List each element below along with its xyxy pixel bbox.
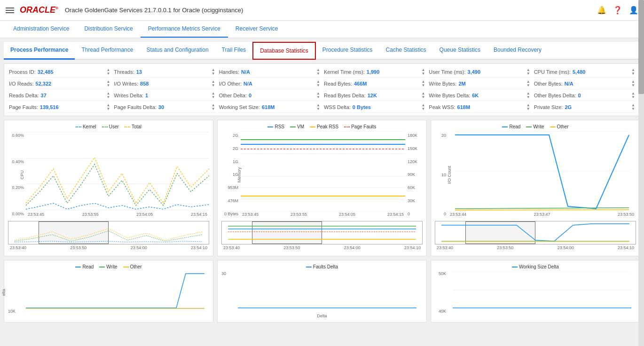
metric-working-set: Working Set Size: 618M ▲▼ bbox=[218, 102, 321, 113]
chart3-mini[interactable] bbox=[435, 221, 636, 244]
metric-arrows-user-time[interactable]: ▲▼ bbox=[526, 68, 530, 76]
metric-write-bytes-delta: Write Bytes Delta: 6K ▲▼ bbox=[428, 90, 531, 101]
metric-arrows-kernel-time[interactable]: ▲▼ bbox=[421, 68, 425, 76]
bottom-chart1-legend: Read Write Other bbox=[8, 264, 209, 269]
metric-read-bytes: Read Bytes: 466M ▲▼ bbox=[323, 79, 426, 89]
metric-cpu-time: CPU Time (ms): 5,480 ▲▼ bbox=[533, 67, 636, 78]
metric-arrows-page-faults-delta[interactable]: ▲▼ bbox=[212, 103, 215, 111]
chart3-legend: Read Write Other bbox=[435, 124, 636, 129]
tab-procedure[interactable]: Procedure Statistics bbox=[316, 42, 379, 60]
legend-kernel: Kernel bbox=[76, 124, 96, 129]
metric-peak-wss: Peak WSS: 618M ▲▼ bbox=[428, 102, 531, 113]
nav-distribution[interactable]: Distribution Service bbox=[77, 21, 140, 38]
metrics-grid: Process ID: 32,485 ▲▼ Threads: 13 ▲▼ Han… bbox=[4, 63, 640, 116]
bottom-chart2-ylabel: Delta bbox=[221, 314, 423, 318]
chart3-xaxis: 23:53:44 23:53:47 23:53:50 bbox=[448, 212, 636, 217]
metric-arrows-read-bytes-delta[interactable]: ▲▼ bbox=[421, 92, 425, 99]
metric-arrows-threads[interactable]: ▲▼ bbox=[212, 68, 215, 76]
bottom-chart1-svg bbox=[21, 271, 209, 309]
legend-other: Other bbox=[550, 124, 569, 129]
metric-arrows-cpu-time[interactable]: ▲▼ bbox=[631, 68, 635, 76]
metric-arrows-io-writes[interactable]: ▲▼ bbox=[212, 80, 215, 87]
scrollbar[interactable] bbox=[638, 0, 644, 326]
tab-thread[interactable]: Thread Performance bbox=[75, 42, 140, 60]
chart3-ylabel: I/O Count bbox=[447, 165, 452, 184]
hamburger-menu[interactable] bbox=[6, 8, 14, 13]
nav-receiver[interactable]: Receiver Service bbox=[228, 21, 286, 38]
tab-process[interactable]: Process Performance bbox=[4, 42, 75, 60]
legend-total: Total bbox=[125, 124, 141, 129]
metric-handles: Handles: N/A ▲▼ bbox=[218, 67, 321, 78]
bottom-chart3-legend: Working Size Delta bbox=[435, 264, 636, 269]
bottom-chart-2: Faults Delta 30 Delta bbox=[217, 260, 427, 322]
metric-other-bytes: Other Bytes: N/A ▲▼ bbox=[533, 79, 636, 89]
metric-arrows-peak-wss[interactable]: ▲▼ bbox=[526, 103, 530, 111]
metric-page-faults-delta: Page Faults Delta: 30 ▲▼ bbox=[113, 102, 216, 113]
legend-b3-wss: Working Size Delta bbox=[512, 264, 559, 269]
chart1-legend: Kernel User Total bbox=[8, 124, 209, 129]
metric-io-other: I/O Other: N/A ▲▼ bbox=[218, 79, 321, 89]
legend-write: Write bbox=[526, 124, 544, 129]
metric-arrows-other-delta[interactable]: ▲▼ bbox=[316, 92, 320, 99]
metric-other-delta: Other Delta: 0 ▲▼ bbox=[218, 90, 321, 101]
metric-arrows-write-bytes[interactable]: ▲▼ bbox=[526, 80, 530, 87]
metric-writes-delta: Writes Delta: 1 ▲▼ bbox=[113, 90, 216, 101]
tab-status[interactable]: Status and Configuration bbox=[140, 42, 215, 60]
metric-arrows-write-bytes-delta[interactable]: ▲▼ bbox=[526, 92, 530, 99]
chart2-xaxis: 23:53:45 23:53:55 23:54:05 23:54:15 bbox=[240, 212, 406, 217]
legend-rss: RSS bbox=[267, 124, 284, 129]
metric-wss-delta: WSS Delta: 0 Bytes ▲▼ bbox=[323, 102, 426, 113]
metric-arrows-wss-delta[interactable]: ▲▼ bbox=[421, 103, 425, 111]
metric-arrows-handles[interactable]: ▲▼ bbox=[316, 68, 320, 76]
chart-cpu: Kernel User Total 0.60% 0.40% 0.20% 0.00… bbox=[4, 120, 213, 256]
metric-arrows-working-set[interactable]: ▲▼ bbox=[316, 103, 320, 111]
legend-peak-rss: Peak RSS bbox=[310, 124, 338, 129]
metric-arrows-private-size[interactable]: ▲▼ bbox=[631, 103, 635, 111]
bottom-chart-1: Read Write Other elta 10K bbox=[4, 260, 213, 322]
tab-trail[interactable]: Trail Files bbox=[215, 42, 253, 60]
page-content: Process Performance Thread Performance S… bbox=[0, 38, 644, 326]
metric-arrows-reads-delta[interactable]: ▲▼ bbox=[106, 92, 110, 99]
metric-io-reads: I/O Reads: 52,322 ▲▼ bbox=[8, 79, 111, 89]
metric-private-size: Private Size: 2G ▲▼ bbox=[533, 102, 636, 113]
notification-icon[interactable]: 🔔 bbox=[597, 6, 606, 15]
metric-kernel-time: Kernel Time (ms): 1,990 ▲▼ bbox=[323, 67, 426, 78]
chart3-xaxis-mini: 23:53:40 23:53:50 23:54:00 23:54:10 bbox=[435, 245, 636, 250]
service-nav: Administration Service Distribution Serv… bbox=[0, 21, 644, 38]
metric-arrows-writes-delta[interactable]: ▲▼ bbox=[212, 92, 215, 99]
nav-admin[interactable]: Administration Service bbox=[6, 21, 77, 38]
metric-arrows-process-id[interactable]: ▲▼ bbox=[106, 68, 110, 76]
metric-arrows-io-other[interactable]: ▲▼ bbox=[316, 80, 320, 87]
bottom-charts: Read Write Other elta 10K bbox=[4, 260, 640, 322]
metric-page-faults: Page Faults: 139,516 ▲▼ bbox=[8, 102, 111, 113]
user-icon[interactable]: 👤 bbox=[629, 6, 638, 15]
chart1-ylabel: CPU bbox=[20, 170, 24, 179]
metric-arrows-other-bytes-delta[interactable]: ▲▼ bbox=[631, 92, 635, 99]
metric-arrows-read-bytes[interactable]: ▲▼ bbox=[421, 80, 425, 87]
tab-database[interactable]: Database Statistics bbox=[252, 42, 316, 60]
metric-user-time: User Time (ms): 3,490 ▲▼ bbox=[428, 67, 531, 78]
nav-performance[interactable]: Performance Metrics Service bbox=[141, 21, 228, 38]
chart2-mini[interactable] bbox=[221, 221, 423, 244]
metric-other-bytes-delta: Other Bytes Delta: 0 ▲▼ bbox=[533, 90, 636, 101]
tab-cache[interactable]: Cache Statistics bbox=[379, 42, 433, 60]
oracle-logo: ORACLE® bbox=[20, 5, 58, 15]
legend-b1-read: Read bbox=[75, 264, 94, 269]
metric-arrows-page-faults[interactable]: ▲▼ bbox=[106, 103, 110, 111]
tab-nav: Process Performance Thread Performance S… bbox=[4, 42, 640, 60]
tab-bounded[interactable]: Bounded Recovery bbox=[487, 42, 548, 60]
metric-process-id: Process ID: 32,485 ▲▼ bbox=[8, 67, 111, 78]
bottom-chart-3: Working Size Delta 50K 40K bbox=[431, 260, 640, 322]
bottom-chart2-svg bbox=[232, 271, 423, 309]
legend-vm: VM bbox=[290, 124, 304, 129]
app-title: Oracle GoldenGate Services 21.7.0.0.1 fo… bbox=[65, 7, 243, 14]
legend-page-faults: Page Faults bbox=[344, 124, 376, 129]
top-bar: ORACLE® Oracle GoldenGate Services 21.7.… bbox=[0, 0, 644, 21]
metric-arrows-io-reads[interactable]: ▲▼ bbox=[106, 80, 110, 87]
tab-queue[interactable]: Queue Statistics bbox=[433, 42, 487, 60]
chart3-svg bbox=[448, 131, 636, 211]
chart2-xaxis-mini: 23:53:40 23:53:50 23:54:00 23:54:10 bbox=[221, 245, 423, 250]
help-icon[interactable]: ❓ bbox=[613, 6, 622, 15]
chart1-mini[interactable] bbox=[8, 221, 209, 244]
metric-arrows-other-bytes[interactable]: ▲▼ bbox=[631, 80, 635, 87]
